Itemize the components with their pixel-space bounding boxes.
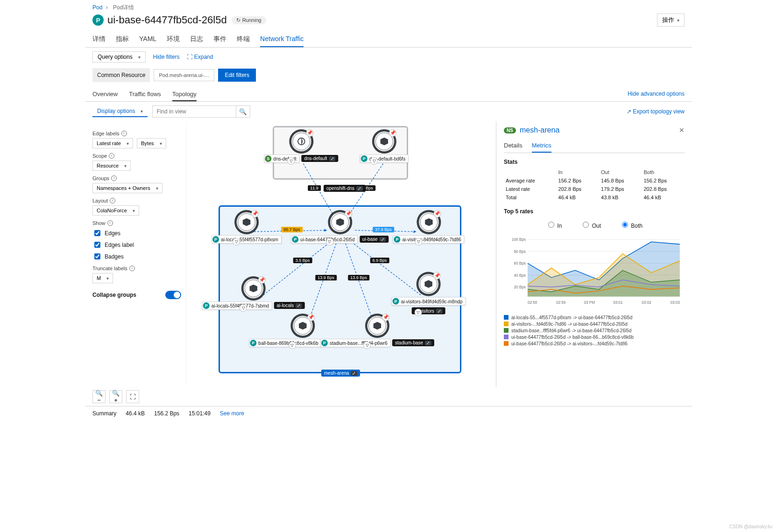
tab-logs[interactable]: 日志: [190, 31, 203, 47]
filter-icon[interactable]: ▽: [233, 238, 240, 245]
node-ai-visitors-a[interactable]: 📌▽ Pai-visitors-849fd4d59c-7td86: [393, 212, 464, 244]
bytes-select[interactable]: Bytes: [137, 138, 166, 148]
node-ai-visitors-b[interactable]: 📌▽ Pai-visitors-849fd4d59c-m8ndp ai-visi…: [392, 274, 466, 315]
groups-select[interactable]: Namespaces + Owners: [92, 183, 162, 193]
edges-checkbox[interactable]: [94, 230, 100, 236]
svg-text:02:59: 02:59: [556, 301, 566, 305]
subtab-traffic-flows[interactable]: Traffic flows: [129, 88, 161, 101]
stats-table: InOutBoth Average rate156.2 Bps145.8 Bps…: [504, 168, 685, 202]
expand-icon[interactable]: ⤢: [351, 371, 357, 376]
zoom-in-button[interactable]: 🔍+: [109, 390, 122, 403]
tab-details[interactable]: 详情: [92, 31, 106, 47]
see-more-link[interactable]: See more: [220, 410, 244, 417]
subtab-topology[interactable]: Topology: [172, 88, 197, 101]
radio-both[interactable]: [622, 222, 628, 228]
pin-icon[interactable]: 📌: [251, 210, 259, 217]
pin-icon[interactable]: 📌: [389, 129, 396, 137]
badges-checkbox[interactable]: [94, 253, 100, 259]
expand-link[interactable]: ⛶ Expand: [187, 54, 213, 60]
search-button[interactable]: 🔍: [236, 105, 250, 118]
tab-metrics[interactable]: 指标: [116, 31, 129, 47]
metrics-chart: 100 Bps80 Bps 60 Bps40 Bps 20 Bps 02:580…: [504, 235, 685, 311]
pin-icon[interactable]: 📌: [433, 272, 441, 280]
export-topology-link[interactable]: ↗ Export topology view: [627, 105, 685, 118]
tab-events[interactable]: 事件: [213, 31, 226, 47]
summary-total: 46.4 kB: [126, 410, 145, 417]
tab-env[interactable]: 环境: [167, 31, 180, 47]
info-icon[interactable]: [110, 198, 115, 203]
svg-text:60 Bps: 60 Bps: [514, 261, 526, 266]
pin-icon[interactable]: 📌: [306, 129, 313, 137]
group-label-openshift-dns[interactable]: openshift-dns⤢: [324, 185, 366, 192]
edges-label-checkbox[interactable]: [94, 242, 100, 248]
close-icon[interactable]: ✕: [679, 126, 685, 134]
info-icon[interactable]: [107, 220, 113, 226]
filter-icon[interactable]: ▽: [370, 157, 378, 165]
svg-text:20 Bps: 20 Bps: [514, 285, 526, 289]
info-icon[interactable]: [129, 266, 135, 271]
topology-canvas[interactable]: 11.9 Bps 85.7 Bps 37.9 Bps 3.5 Bps 6.9 B…: [186, 121, 496, 387]
subtab-overview[interactable]: Overview: [92, 88, 118, 101]
group-label-mesh-arena[interactable]: mesh-arena⤢: [321, 370, 360, 377]
filter-icon[interactable]: ▽: [415, 238, 422, 245]
display-options-dropdown[interactable]: Display options: [92, 106, 148, 117]
hide-advanced-options-link[interactable]: Hide advanced options: [628, 88, 685, 101]
common-resource-value[interactable]: Pod.mesh-arena.ui-base...: [154, 69, 214, 81]
svg-line-7: [346, 244, 374, 323]
filter-icon[interactable]: ▽: [326, 238, 333, 245]
fit-screen-button[interactable]: ⛶: [126, 390, 139, 403]
pin-icon[interactable]: 📌: [258, 276, 266, 284]
radio-out[interactable]: [583, 222, 589, 228]
node-ui-base[interactable]: 📌▽ Pui-base-64477fb5cd-26l5d ui-base⤢: [291, 212, 388, 244]
layout-select[interactable]: ColaNoForce: [92, 205, 139, 216]
node-dns-default-svc[interactable]: 📌▽ Sdns-default dns-default⤢: [264, 131, 338, 163]
svg-text:03:03: 03:03: [670, 301, 680, 305]
actions-dropdown[interactable]: 操作: [657, 14, 685, 27]
svg-text:03:02: 03:02: [642, 301, 651, 305]
zoom-out-button[interactable]: 🔍−: [92, 390, 106, 403]
info-icon[interactable]: [121, 131, 127, 136]
info-icon[interactable]: [111, 175, 117, 181]
collapse-groups-toggle[interactable]: [165, 291, 181, 299]
truncate-label: Truncate labels: [92, 266, 181, 271]
pin-icon[interactable]: 📌: [307, 314, 315, 321]
panel-tab-details[interactable]: Details: [504, 139, 523, 153]
node-ai-locals-a[interactable]: 📌▽ Pai-locals-55f4f5577d-p8xsm: [212, 212, 282, 244]
radio-in[interactable]: [548, 222, 554, 228]
pin-icon[interactable]: 📌: [382, 314, 389, 321]
svg-text:03:01: 03:01: [613, 301, 623, 305]
tab-terminal[interactable]: 终端: [237, 31, 250, 47]
summary-bar: Summary 46.4 kB 156.2 Bps 15:01:49 See m…: [85, 406, 692, 420]
details-panel: NS mesh-arena ✕ Details Metrics Stats In…: [496, 121, 692, 387]
edge-label: 13.9 Bps: [315, 275, 337, 280]
edit-filters-button[interactable]: Edit filters: [218, 69, 256, 82]
filter-icon[interactable]: ▽: [363, 342, 371, 349]
query-options-dropdown[interactable]: Query options: [92, 51, 146, 63]
filter-icon[interactable]: ▽: [289, 342, 296, 349]
expand-icon[interactable]: ⤢: [436, 308, 443, 313]
expand-icon[interactable]: ⤢: [329, 156, 336, 161]
breadcrumb-root[interactable]: Pod: [92, 4, 102, 11]
node-ai-locals-b[interactable]: 📌▽ Pai-locals-55f4f5577d-7sbmd ai-locals…: [202, 278, 305, 310]
hide-filters-link[interactable]: Hide filters: [153, 54, 180, 60]
node-stadium-base[interactable]: 📌▽ Pstadium-base...ff5fd4-p6wr6 stadium-…: [320, 315, 434, 347]
resource-select[interactable]: Resource: [92, 161, 131, 171]
truncate-select[interactable]: M: [92, 273, 113, 283]
filter-icon[interactable]: ▽: [240, 304, 247, 312]
node-dns-default-pod[interactable]: 📌▽ Pdns-default-bd6fs: [360, 131, 409, 163]
panel-title[interactable]: mesh-arena: [520, 126, 559, 134]
tab-network-traffic[interactable]: Network Traffic: [260, 31, 304, 47]
expand-icon[interactable]: ⤢: [425, 341, 431, 345]
latest-rate-select[interactable]: Latest rate: [92, 138, 133, 148]
expand-icon[interactable]: ⤢: [296, 303, 302, 308]
expand-icon[interactable]: ⤢: [356, 186, 363, 191]
panel-tab-metrics[interactable]: Metrics: [532, 139, 551, 153]
pin-icon[interactable]: 📌: [345, 210, 352, 217]
pin-icon[interactable]: 📌: [433, 210, 441, 217]
find-in-view-input[interactable]: [152, 105, 236, 118]
tab-yaml[interactable]: YAML: [139, 31, 156, 47]
collapse-groups-label: Collapse groups: [92, 292, 136, 298]
info-icon[interactable]: [109, 153, 114, 159]
filter-icon[interactable]: ▽: [287, 157, 295, 165]
expand-icon[interactable]: ⤢: [380, 237, 386, 242]
